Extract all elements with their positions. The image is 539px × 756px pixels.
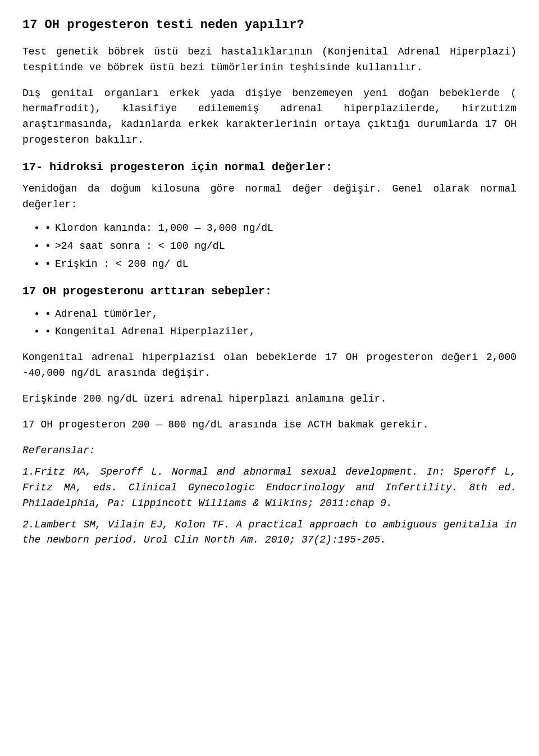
list-item: Kongenital Adrenal Hiperplaziler,	[45, 324, 517, 340]
reference-2: 2.Lambert SM, Vilain EJ, Kolon TF. A pra…	[22, 517, 517, 549]
list-item: Klordon kanında: 1,000 — 3,000 ng/dL	[45, 221, 517, 236]
page-title: 17 OH progesteron testi neden yapılır?	[22, 17, 517, 34]
detail-paragraph: Dış genital organları erkek yada dişiye …	[22, 86, 517, 149]
normal-values-title: 17- hidroksi progesteron için normal değ…	[22, 158, 517, 176]
list-item: >24 saat sonra : < 100 ng/dL	[45, 239, 517, 254]
causes-detail1: Kongenital adrenal hiperplazisi olan beb…	[22, 350, 517, 381]
causes-title: 17 OH progesteronu arttıran sebepler:	[22, 283, 517, 300]
reference-1: 1.Fritz MA, Speroff L. Normal and abnorm…	[22, 464, 517, 512]
causes-detail3: 17 OH progesteron 200 — 800 ng/dL arasın…	[22, 417, 517, 433]
list-item: Erişkin : < 200 ng/ dL	[45, 257, 517, 272]
intro-paragraph: Test genetik böbrek üstü bezi hastalıkla…	[22, 44, 517, 76]
references-label: Referanslar:	[22, 443, 517, 459]
normal-values-list: Klordon kanında: 1,000 — 3,000 ng/dL >24…	[45, 221, 517, 272]
causes-list: Adrenal tümörler, Kongenital Adrenal Hip…	[45, 307, 517, 340]
causes-detail2: Erişkinde 200 ng/dL üzeri adrenal hiperp…	[22, 391, 517, 407]
list-item: Adrenal tümörler,	[45, 307, 517, 322]
normal-values-intro: Yenidoğan da doğum kilosuna göre normal …	[22, 181, 517, 213]
